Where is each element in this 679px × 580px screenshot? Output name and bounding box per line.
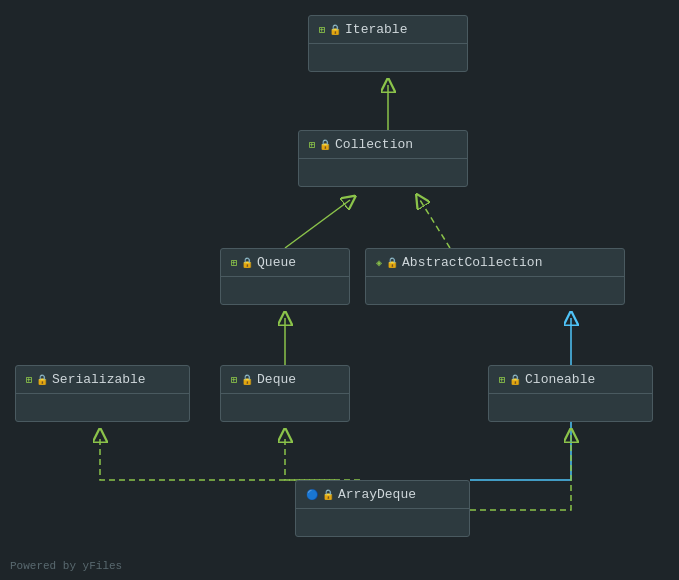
abstract-icon: ◈ xyxy=(376,257,382,269)
class-icon: 🔵 xyxy=(306,489,318,501)
node-abstractcollection-label: AbstractCollection xyxy=(402,255,542,270)
node-abstractcollection: ◈ 🔒 AbstractCollection xyxy=(365,248,625,305)
lock-icon: 🔒 xyxy=(329,24,341,36)
node-abstractcollection-header: ◈ 🔒 AbstractCollection xyxy=(366,249,624,276)
node-cloneable-header: ⊞ 🔒 Cloneable xyxy=(489,366,652,393)
node-iterable: ⊞ 🔒 Iterable xyxy=(308,15,468,72)
node-queue-header: ⊞ 🔒 Queue xyxy=(221,249,349,276)
node-iterable-header: ⊞ 🔒 Iterable xyxy=(309,16,467,43)
lock-icon: 🔒 xyxy=(319,139,331,151)
svg-line-4 xyxy=(285,200,350,248)
node-abstractcollection-body xyxy=(366,276,624,304)
node-serializable-body xyxy=(16,393,189,421)
node-arraydeque-label: ArrayDeque xyxy=(338,487,416,502)
watermark: Powered by yFiles xyxy=(10,560,122,572)
node-deque-label: Deque xyxy=(257,372,296,387)
diagram-container: ⊞ 🔒 Iterable ⊞ 🔒 Collection ⊞ 🔒 Queue ◈ … xyxy=(0,0,679,580)
node-arraydeque-body xyxy=(296,508,469,536)
node-queue-body xyxy=(221,276,349,304)
node-queue-label: Queue xyxy=(257,255,296,270)
interface-icon: ⊞ xyxy=(231,257,237,269)
node-serializable-label: Serializable xyxy=(52,372,146,387)
lock-icon: 🔒 xyxy=(241,374,253,386)
interface-icon: ⊞ xyxy=(499,374,505,386)
lock-icon: 🔒 xyxy=(241,257,253,269)
node-collection-label: Collection xyxy=(335,137,413,152)
lock-icon: 🔒 xyxy=(322,489,334,501)
node-collection-body xyxy=(299,158,467,186)
node-cloneable: ⊞ 🔒 Cloneable xyxy=(488,365,653,422)
node-serializable-header: ⊞ 🔒 Serializable xyxy=(16,366,189,393)
interface-icon: ⊞ xyxy=(26,374,32,386)
node-cloneable-label: Cloneable xyxy=(525,372,595,387)
node-collection-header: ⊞ 🔒 Collection xyxy=(299,131,467,158)
interface-icon: ⊞ xyxy=(231,374,237,386)
node-arraydeque: 🔵 🔒 ArrayDeque xyxy=(295,480,470,537)
interface-icon: ⊞ xyxy=(319,24,325,36)
node-cloneable-body xyxy=(489,393,652,421)
node-queue: ⊞ 🔒 Queue xyxy=(220,248,350,305)
lock-icon: 🔒 xyxy=(509,374,521,386)
node-deque: ⊞ 🔒 Deque xyxy=(220,365,350,422)
node-arraydeque-header: 🔵 🔒 ArrayDeque xyxy=(296,481,469,508)
node-serializable: ⊞ 🔒 Serializable xyxy=(15,365,190,422)
node-iterable-body xyxy=(309,43,467,71)
node-deque-body xyxy=(221,393,349,421)
node-collection: ⊞ 🔒 Collection xyxy=(298,130,468,187)
interface-icon: ⊞ xyxy=(309,139,315,151)
svg-line-5 xyxy=(420,200,450,248)
lock-icon: 🔒 xyxy=(386,257,398,269)
node-iterable-label: Iterable xyxy=(345,22,407,37)
lock-icon: 🔒 xyxy=(36,374,48,386)
node-deque-header: ⊞ 🔒 Deque xyxy=(221,366,349,393)
